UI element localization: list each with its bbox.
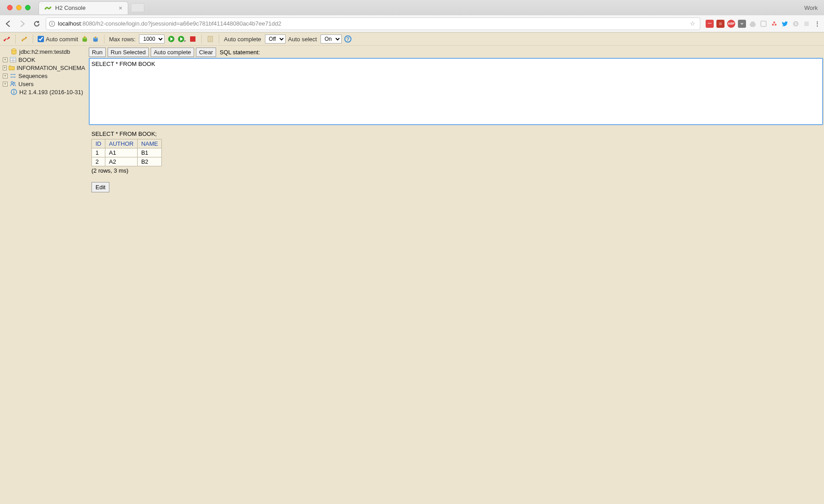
folder-icon [9,64,15,71]
app-toolbar: Auto commit Max rows: 1000 Auto complete… [0,32,824,46]
extension-pocket-icon[interactable] [738,20,746,28]
table-cell: B2 [137,157,162,166]
bookmark-star-icon[interactable]: ☆ [690,20,697,27]
maxrows-select[interactable]: 1000 [139,35,165,43]
browser-tab[interactable]: H2 Console × [39,1,128,14]
address-bar[interactable]: localhost:8080/h2-console/login.do?jsess… [46,17,700,30]
refresh-tree-icon[interactable] [20,35,28,43]
window-minimize-button[interactable] [16,5,22,10]
tree-table-book[interactable]: + BOOK [0,56,88,64]
autocomplete-select[interactable]: Off [265,35,286,43]
info-icon [10,88,17,96]
tab-close-icon[interactable]: × [119,4,122,12]
extension-twitter-icon[interactable] [781,20,789,28]
stop-icon[interactable] [189,35,197,43]
svg-point-6 [772,23,774,25]
tab-favicon-icon [44,4,52,12]
tree-version-info[interactable]: H2 1.4.193 (2016-10-31) [0,88,88,96]
extension-drive-icon[interactable] [749,20,757,28]
new-tab-button[interactable] [131,3,144,12]
tree-label: jdbc:h2:mem:testdb [19,48,70,55]
rollback-icon[interactable] [91,35,100,43]
help-icon[interactable]: ? [344,35,351,43]
profile-label[interactable]: Work [798,4,824,11]
svg-point-7 [775,23,776,25]
menu-icon[interactable]: ⋮ [813,20,821,28]
results-area: SELECT * FROM BOOK; ID AUTHOR NAME 1 A1 … [88,125,824,198]
forward-button[interactable] [17,18,28,29]
table-header[interactable]: NAME [137,139,162,148]
divider [219,35,219,43]
table-header[interactable]: AUTHOR [105,139,138,148]
extension-adblock-icon[interactable]: ABP [727,20,735,28]
run-selected-button[interactable]: Run Selected [108,48,149,57]
main-area: Run Run Selected Auto complete Clear SQL… [88,46,824,504]
sql-button-bar: Run Run Selected Auto complete Clear SQL… [88,46,824,58]
tree-label: H2 1.4.193 (2016-10-31) [19,89,83,96]
tree-users[interactable]: + Users [0,80,88,88]
tree-label: Sequences [18,73,48,79]
table-header-row: ID AUTHOR NAME [92,139,162,148]
sql-textarea[interactable] [89,58,823,125]
tree-expand-icon[interactable]: + [3,82,8,87]
table-cell: B1 [137,148,162,157]
extension-lastpass-icon[interactable]: ··· [706,20,714,28]
disconnect-icon[interactable] [3,35,11,43]
tree-expand-icon[interactable]: + [3,65,7,70]
sidebar-tree: jdbc:h2:mem:testdb + BOOK + INFORMATION_… [0,46,88,504]
autocomplete-label: Auto complete [224,36,261,43]
svg-rect-2 [52,23,52,25]
svg-point-40 [14,77,16,78]
svg-point-42 [13,82,15,83]
result-meta: (2 rows, 3 ms) [91,167,820,174]
extension-icon[interactable] [759,20,768,28]
autoselect-select[interactable]: On [321,35,342,43]
run-selected-icon[interactable] [178,35,186,43]
svg-point-29 [12,49,16,51]
tree-information-schema[interactable]: + INFORMATION_SCHEMA [0,64,88,72]
back-button[interactable] [3,18,13,29]
window-close-button[interactable] [7,5,13,10]
extension-asana-icon[interactable] [770,20,778,28]
extension-skype-icon[interactable]: S [792,20,800,28]
table-row: 1 A1 B1 [92,148,162,157]
result-echo: SELECT * FROM BOOK; [91,130,820,137]
tree-label: BOOK [18,56,35,63]
users-icon [9,80,17,87]
svg-rect-34 [10,57,16,59]
extension-icon[interactable] [716,20,724,28]
nav-bar: localhost:8080/h2-console/login.do?jsess… [0,15,824,32]
history-icon[interactable] [206,35,214,43]
svg-text:S: S [794,22,797,26]
tree-sequences[interactable]: + Sequences [0,72,88,80]
reload-button[interactable] [31,18,42,29]
svg-point-5 [773,21,775,23]
table-cell: A2 [105,157,138,166]
svg-point-14 [25,37,27,39]
site-info-icon[interactable] [49,21,55,27]
edit-button[interactable]: Edit [91,182,109,192]
autocommit-input[interactable] [38,36,44,42]
table-cell: 2 [92,157,105,166]
browser-chrome: H2 Console × Work localhost:8080/h2-cons… [0,0,824,32]
run-icon[interactable] [167,35,175,43]
table-cell: 1 [92,148,105,157]
svg-rect-4 [761,21,766,26]
autocommit-checkbox[interactable]: Auto commit [38,36,78,43]
svg-rect-23 [190,36,195,42]
table-header[interactable]: ID [92,139,105,148]
autocomplete-button[interactable]: Auto complete [151,48,194,57]
svg-rect-10 [804,22,809,26]
tree-label: INFORMATION_SCHEMA [17,65,85,71]
svg-point-12 [8,37,10,39]
tree-expand-icon[interactable]: + [3,74,8,78]
tree-expand-icon[interactable]: + [3,57,8,62]
window-maximize-button[interactable] [25,5,30,10]
svg-point-37 [14,74,16,75]
clear-button[interactable]: Clear [196,48,216,57]
run-button[interactable]: Run [89,48,106,57]
commit-icon[interactable] [81,35,89,43]
table-icon [9,56,17,63]
tree-db-connection[interactable]: jdbc:h2:mem:testdb [0,48,88,56]
extension-icon[interactable] [802,20,811,28]
